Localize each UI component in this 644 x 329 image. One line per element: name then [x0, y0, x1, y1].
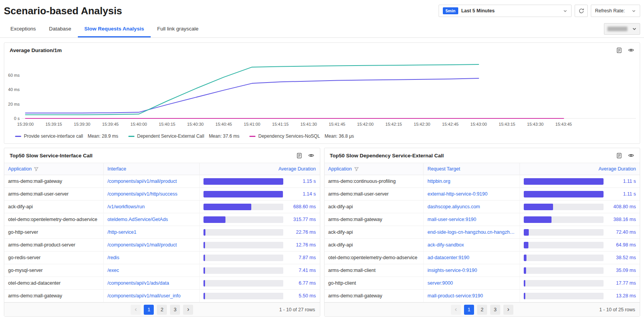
filter-icon[interactable] — [34, 167, 39, 171]
page-button-1[interactable]: 1 — [464, 305, 474, 315]
refresh-icon — [578, 8, 584, 14]
interface-link[interactable]: /components/api/v1/mall/user_info — [104, 290, 200, 302]
svg-text:15:41:30: 15:41:30 — [301, 122, 317, 127]
request-target-link[interactable]: dashscope.aliyuncs.com — [424, 201, 520, 213]
table-row: otel-demo:ad-datacenter /components/api/… — [4, 277, 320, 290]
scenario-analysis-page: Scenario-based Analysis 5min Last 5 Minu… — [0, 0, 644, 317]
average-duration-cell: 688.60 ms — [200, 201, 319, 213]
duration-bar-track — [203, 255, 283, 261]
log-icon[interactable] — [616, 153, 622, 159]
application-cell: arms-demo:mall-gateway — [325, 213, 424, 226]
redacted-text — [607, 27, 627, 31]
svg-text:15:43:00: 15:43:00 — [471, 122, 487, 127]
tab-slow-requests-analysis[interactable]: Slow Requests Analysis — [78, 20, 151, 37]
rows-count-text: 1 - 10 of 27 rows — [279, 307, 315, 312]
average-duration-cell: 7.87 ms — [200, 251, 319, 264]
application-cell: ack-dify-api — [4, 201, 104, 213]
interface-link[interactable]: /components/api/v1/http/success — [104, 188, 200, 200]
column-header-interface[interactable]: Interface — [104, 163, 200, 175]
svg-text:15:39:30: 15:39:30 — [74, 122, 91, 127]
tab-exceptions[interactable]: Exceptions — [4, 20, 42, 37]
time-range-picker[interactable]: 5min Last 5 Minutes — [439, 5, 572, 17]
page-button-3[interactable]: 3 — [170, 305, 180, 315]
duration-bar-track — [524, 216, 604, 223]
column-header-application[interactable]: Application — [4, 163, 104, 175]
table-row: ack-dify-api dashscope.aliyuncs.com 408.… — [325, 201, 640, 213]
duration-value: 13.28 ms — [607, 293, 636, 299]
next-page-button[interactable]: › — [183, 305, 193, 315]
legend-mean: Mean: 37.6 ms — [209, 133, 239, 139]
page-button-2[interactable]: 2 — [157, 305, 167, 315]
redacted-dropdown[interactable] — [604, 23, 640, 35]
duration-bar-track — [524, 229, 604, 236]
svg-text:15:43:45: 15:43:45 — [555, 122, 572, 127]
page-button-2[interactable]: 2 — [477, 305, 487, 315]
legend-item[interactable]: Dependent Service-External Call Mean: 37… — [128, 133, 239, 139]
column-header-average-duration[interactable]: Average Duration — [200, 163, 319, 175]
interface-link[interactable]: /redis — [104, 251, 200, 264]
page-button-3[interactable]: 3 — [490, 305, 500, 315]
request-target-link[interactable]: mall-product-service:9190 — [424, 290, 520, 302]
next-page-button[interactable]: › — [503, 305, 513, 315]
duration-bar — [203, 280, 205, 287]
refresh-rate-label: Refresh Rate: — [595, 8, 625, 13]
interface-link[interactable]: /components/api/v1/mall/product — [104, 239, 200, 251]
interface-link[interactable]: /components/api/v1/mall/product — [104, 175, 200, 187]
right-table-body: arms-demo:continuous-profiling httpbin.o… — [325, 175, 640, 302]
table-row: arms-demo:mall-client insights-service-0… — [325, 264, 640, 277]
table-row: otel-demo:opentelemetry-demo-adservice a… — [325, 251, 640, 264]
request-target-link[interactable]: external-http-service-0:9190 — [424, 188, 520, 200]
chart-card-header: Average Duration/1m — [4, 43, 640, 57]
legend-label: Dependency Services-NoSQL — [258, 133, 320, 139]
eye-icon[interactable] — [308, 152, 314, 159]
svg-text:15:41:45: 15:41:45 — [329, 122, 345, 127]
duration-bar — [203, 267, 205, 274]
request-target-link[interactable]: ack-dify-sandbox — [424, 239, 520, 251]
duration-value: 1.14 s — [287, 191, 316, 197]
eye-icon[interactable] — [628, 47, 634, 53]
chart-legend: Provide service-interface call Mean: 28.… — [4, 133, 640, 143]
duration-value: 6.77 ms — [287, 280, 316, 286]
left-table-header: Top50 Slow Service-Interface Call — [4, 148, 320, 163]
interface-link[interactable]: /components/api/v1/ads/data — [104, 277, 200, 289]
column-header-application[interactable]: Application — [325, 163, 424, 175]
tab-database[interactable]: Database — [42, 20, 78, 37]
legend-swatch — [128, 136, 135, 137]
duration-bar — [524, 216, 552, 223]
prev-page-button[interactable]: ‹ — [451, 305, 461, 315]
legend-swatch — [249, 136, 256, 137]
request-target-link[interactable]: end-side-logs-cn-hangzhou.cn-hangzhou-in… — [424, 226, 520, 238]
tab-full-link-grayscale[interactable]: Full link grayscale — [151, 20, 205, 37]
legend-item[interactable]: Provide service-interface call Mean: 28.… — [15, 133, 118, 139]
request-target-link[interactable]: insights-service-0:9190 — [424, 264, 520, 277]
request-target-link[interactable]: ad-datacenter:9190 — [424, 251, 520, 264]
interface-link[interactable]: oteldemo.AdService/GetAds — [104, 213, 200, 226]
request-target-link[interactable]: mall-user-service:9190 — [424, 213, 520, 226]
duration-chart: 0 s20 ms40 ms60 ms15:39:0015:39:1515:39:… — [4, 57, 640, 133]
request-target-link[interactable]: server:9000 — [424, 277, 520, 289]
interface-link[interactable]: /v1/workflows/run — [104, 201, 200, 213]
refresh-button[interactable] — [575, 5, 588, 17]
prev-page-button[interactable]: ‹ — [131, 305, 141, 315]
legend-swatch — [15, 136, 21, 137]
filter-icon[interactable] — [354, 167, 359, 171]
table-row: arms-demo:mall-gateway mall-user-service… — [325, 213, 640, 226]
interface-link[interactable]: /http-service1 — [104, 226, 200, 238]
duration-bar-track — [524, 191, 604, 197]
interface-link[interactable]: /exec — [104, 264, 200, 277]
average-duration-cell: 1.11 s — [520, 188, 640, 200]
column-header-average-duration[interactable]: Average Duration — [520, 163, 640, 175]
eye-icon[interactable] — [628, 152, 634, 159]
average-duration-cell: 1.11 s — [520, 175, 640, 187]
svg-text:40 ms: 40 ms — [8, 87, 20, 92]
page-button-1[interactable]: 1 — [144, 305, 154, 315]
log-icon[interactable] — [296, 153, 302, 159]
svg-text:15:41:15: 15:41:15 — [272, 122, 289, 127]
log-icon[interactable] — [616, 47, 622, 53]
duration-bar-track — [203, 267, 283, 274]
refresh-rate-dropdown[interactable]: Refresh Rate: — [591, 5, 640, 17]
average-duration-cell: 5.50 ms — [200, 290, 319, 302]
legend-item[interactable]: Dependency Services-NoSQL Mean: 36.8 μs — [249, 133, 354, 139]
request-target-link[interactable]: httpbin.org — [424, 175, 520, 187]
column-header-request-target[interactable]: Request Target — [424, 163, 520, 175]
